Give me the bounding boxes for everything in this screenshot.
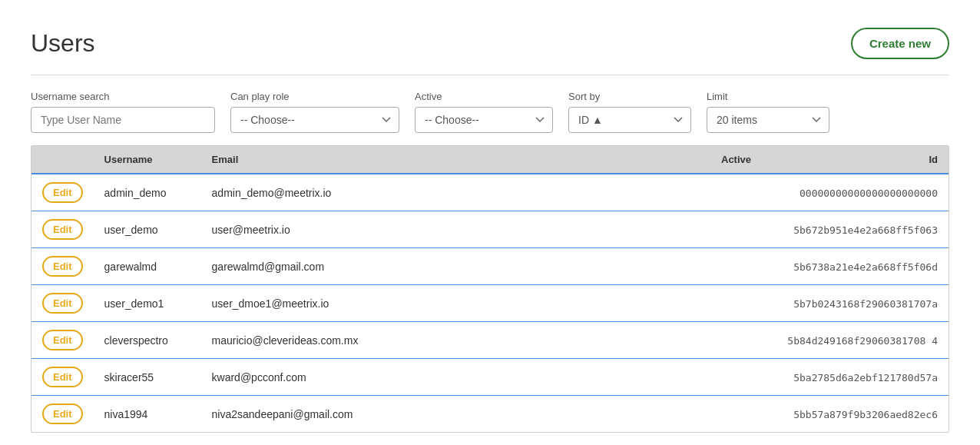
username-cell: cleverspectro: [94, 322, 201, 359]
col-header-id: Id: [772, 146, 949, 174]
sortby-filter-select[interactable]: ID ▲: [568, 107, 691, 133]
edit-cell: Edit: [31, 396, 94, 433]
limit-filter-select[interactable]: 20 items: [707, 107, 829, 133]
table-row: Edit user_demo user@meetrix.io 5b672b951…: [31, 211, 949, 248]
active-cell: [710, 285, 772, 322]
active-cell: [710, 211, 772, 248]
edit-cell: Edit: [31, 248, 94, 285]
active-filter-select[interactable]: -- Choose--: [415, 107, 553, 133]
edit-cell: Edit: [31, 211, 94, 248]
edit-cell: Edit: [31, 174, 94, 211]
username-cell: garewalmd: [94, 248, 201, 285]
username-cell: user_demo1: [94, 285, 201, 322]
table-row: Edit garewalmd garewalmd@gmail.com 5b673…: [31, 248, 949, 285]
edit-button[interactable]: Edit: [42, 403, 83, 424]
id-cell: 5b672b951e4e2a668ff5f063: [772, 211, 949, 248]
active-cell: [710, 248, 772, 285]
edit-button[interactable]: Edit: [42, 330, 83, 350]
col-header-email: Email: [201, 146, 710, 174]
email-cell: mauricio@cleverideas.com.mx: [201, 322, 710, 359]
col-header-active: Active: [710, 146, 772, 174]
email-cell: user@meetrix.io: [201, 211, 710, 248]
limit-filter-group: Limit 20 items: [707, 91, 829, 133]
edit-cell: Edit: [31, 322, 94, 359]
col-header-edit: [31, 146, 94, 174]
edit-cell: Edit: [31, 285, 94, 322]
users-table-wrap: Username Email Active Id Edit admin_demo…: [31, 145, 949, 433]
sortby-filter-label: Sort by: [568, 91, 691, 102]
email-cell: garewalmd@gmail.com: [201, 248, 710, 285]
role-filter-select[interactable]: -- Choose--: [230, 107, 399, 133]
username-search-label: Username search: [31, 91, 215, 102]
role-filter-label: Can play role: [230, 91, 399, 102]
active-filter-group: Active -- Choose--: [415, 91, 553, 133]
filters-bar: Username search Can play role -- Choose-…: [31, 75, 949, 145]
edit-button[interactable]: Edit: [42, 182, 83, 203]
table-row: Edit user_demo1 user_dmoe1@meetrix.io 5b…: [31, 285, 949, 322]
username-cell: niva1994: [94, 396, 201, 433]
email-cell: user_dmoe1@meetrix.io: [201, 285, 710, 322]
page-header: Users Create new: [31, 15, 949, 75]
id-cell: 5b6738a21e4e2a668ff5f06d: [772, 248, 949, 285]
username-cell: admin_demo: [94, 174, 201, 211]
id-cell: 5b84d249168f29060381708 4: [772, 322, 949, 359]
users-table: Username Email Active Id Edit admin_demo…: [31, 146, 949, 432]
table-row: Edit skiracer55 kward@pcconf.com 5ba2785…: [31, 359, 949, 396]
email-cell: kward@pcconf.com: [201, 359, 710, 396]
table-row: Edit niva1994 niva2sandeepani@gmail.com …: [31, 396, 949, 433]
username-cell: user_demo: [94, 211, 201, 248]
id-cell: 00000000000000000000000: [772, 174, 949, 211]
edit-cell: Edit: [31, 359, 94, 396]
edit-button[interactable]: Edit: [42, 256, 83, 277]
edit-button[interactable]: Edit: [42, 293, 83, 314]
edit-button[interactable]: Edit: [42, 219, 83, 240]
active-filter-label: Active: [415, 91, 553, 102]
email-cell: admin_demo@meetrix.io: [201, 174, 710, 211]
limit-filter-label: Limit: [707, 91, 829, 102]
create-new-button[interactable]: Create new: [851, 28, 949, 59]
username-cell: skiracer55: [94, 359, 201, 396]
id-cell: 5b7b0243168f29060381707a: [772, 285, 949, 322]
table-row: Edit cleverspectro mauricio@cleverideas.…: [31, 322, 949, 359]
active-cell: [710, 174, 772, 211]
col-header-username: Username: [94, 146, 201, 174]
id-cell: 5bb57a879f9b3206aed82ec6: [772, 396, 949, 433]
edit-button[interactable]: Edit: [42, 367, 83, 387]
role-filter-group: Can play role -- Choose--: [230, 91, 399, 133]
active-cell: [710, 396, 772, 433]
sortby-filter-group: Sort by ID ▲: [568, 91, 691, 133]
username-search-input[interactable]: [31, 107, 215, 133]
id-cell: 5ba2785d6a2ebf121780d57a: [772, 359, 949, 396]
active-cell: [710, 359, 772, 396]
table-row: Edit admin_demo admin_demo@meetrix.io 00…: [31, 174, 949, 211]
table-header-row: Username Email Active Id: [31, 146, 949, 174]
page-title: Users: [31, 29, 95, 58]
email-cell: niva2sandeepani@gmail.com: [201, 396, 710, 433]
active-cell: [710, 322, 772, 359]
username-search-group: Username search: [31, 91, 215, 133]
